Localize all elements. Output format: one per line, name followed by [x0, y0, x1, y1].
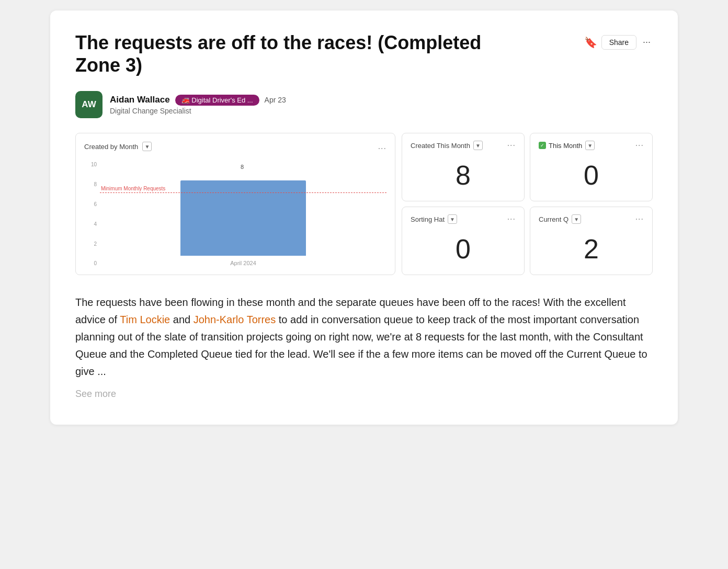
- author-name: Aidan Wallace: [110, 95, 170, 105]
- page-header: The requests are off to the races! (Comp…: [75, 31, 653, 76]
- chart-title-row: Created by Month ▼: [84, 142, 152, 151]
- author-tag-badge[interactable]: 🚒 Digital Driver's Ed ...: [175, 95, 259, 106]
- author-info: Aidan Wallace 🚒 Digital Driver's Ed ... …: [110, 95, 286, 115]
- bookmark-icon[interactable]: 🔖: [584, 36, 597, 49]
- chart-bar: [180, 180, 306, 256]
- stat-panel-header-0: Created This Month ▼ ···: [411, 141, 516, 150]
- y-label-0: 0: [84, 260, 97, 266]
- author-role: Digital Change Specialist: [110, 107, 286, 115]
- stat-panel-created-this-month: Created This Month ▼ ··· 8: [402, 133, 525, 201]
- more-options-button[interactable]: ···: [641, 35, 653, 50]
- stat-panels: Created This Month ▼ ··· 8 ✓ This Month …: [402, 133, 653, 275]
- page-title: The requests are off to the races! (Comp…: [75, 31, 504, 76]
- stat-title-0: Created This Month ▼: [411, 141, 483, 150]
- stat-title-1: ✓ This Month ▼: [539, 141, 595, 150]
- stat-panel-header-3: Current Q ▼ ···: [539, 214, 644, 224]
- stat-value-1: 0: [539, 156, 644, 194]
- stat-value-2: 0: [411, 230, 516, 267]
- stat-title-2: Sorting Hat ▼: [411, 214, 457, 224]
- reference-line: [100, 192, 386, 193]
- body-paragraph: The requests have been flowing in these …: [75, 294, 653, 380]
- share-button[interactable]: Share: [601, 35, 636, 50]
- author-name-row: Aidan Wallace 🚒 Digital Driver's Ed ... …: [110, 95, 286, 106]
- chart-area: 0 2 4 6 8 10 8 Minimum Monthly Requests: [84, 162, 386, 266]
- chart-body: [100, 162, 386, 256]
- chart-filter-icon[interactable]: ▼: [142, 142, 152, 151]
- this-month-badge: ✓ This Month: [539, 142, 582, 150]
- post-date: Apr 23: [265, 96, 286, 104]
- chart-panel-header: Created by Month ▼ ···: [84, 142, 386, 155]
- chart-dots-button[interactable]: ···: [378, 144, 386, 153]
- y-label-10: 10: [84, 162, 97, 167]
- stat-filter-icon-3[interactable]: ▼: [572, 214, 581, 224]
- stat-panel-sorting-hat: Sorting Hat ▼ ··· 0: [402, 207, 525, 275]
- stat-panel-this-month: ✓ This Month ▼ ··· 0: [530, 133, 653, 201]
- chart-title: Created by Month: [84, 143, 138, 151]
- reference-line-label: Minimum Monthly Requests: [101, 186, 165, 191]
- stat-panel-header-2: Sorting Hat ▼ ···: [411, 214, 516, 224]
- see-more-link[interactable]: See more: [75, 389, 653, 400]
- stat-dots-2[interactable]: ···: [507, 214, 516, 224]
- stat-panel-header-1: ✓ This Month ▼ ···: [539, 141, 644, 150]
- link-john-karlo[interactable]: John-Karlo Torres: [194, 314, 276, 325]
- x-axis-label: April 2024: [100, 260, 386, 266]
- author-row: AW Aidan Wallace 🚒 Digital Driver's Ed .…: [75, 91, 653, 118]
- y-label-2: 2: [84, 241, 97, 247]
- body-and-text: and: [173, 314, 190, 325]
- stat-filter-icon-1[interactable]: ▼: [585, 141, 595, 150]
- stat-dots-3[interactable]: ···: [635, 214, 644, 224]
- check-icon: ✓: [539, 142, 546, 149]
- header-actions: 🔖 Share ···: [584, 35, 653, 50]
- avatar: AW: [75, 91, 103, 118]
- stat-filter-icon-0[interactable]: ▼: [473, 141, 483, 150]
- stat-title-3: Current Q ▼: [539, 214, 581, 224]
- stat-panel-current-q: Current Q ▼ ··· 2: [530, 207, 653, 275]
- y-axis: 0 2 4 6 8 10: [84, 162, 97, 266]
- stat-dots-0[interactable]: ···: [507, 141, 516, 150]
- stat-value-0: 8: [411, 156, 516, 194]
- stat-filter-icon-2[interactable]: ▼: [448, 214, 457, 224]
- stat-value-3: 2: [539, 230, 644, 267]
- page-card: The requests are off to the races! (Comp…: [50, 10, 678, 425]
- y-label-8: 8: [84, 181, 97, 187]
- link-tim-lockie[interactable]: Tim Lockie: [120, 314, 170, 325]
- stat-dots-1[interactable]: ···: [635, 141, 644, 150]
- bar-value-label: 8: [241, 164, 244, 170]
- y-label-4: 4: [84, 221, 97, 227]
- dashboard-grid: Created by Month ▼ ··· 0 2 4 6 8 10: [75, 133, 653, 275]
- y-label-6: 6: [84, 201, 97, 207]
- chart-panel: Created by Month ▼ ··· 0 2 4 6 8 10: [75, 133, 395, 275]
